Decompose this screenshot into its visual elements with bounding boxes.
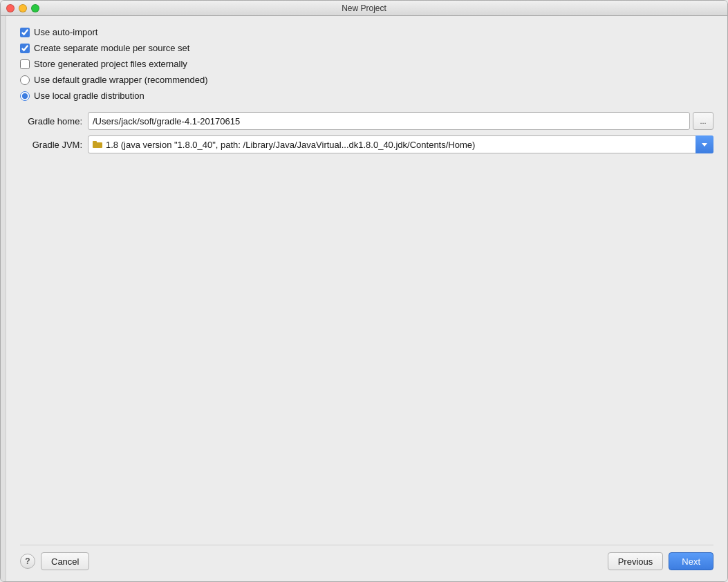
window-title: New Project [342, 3, 386, 13]
cancel-button[interactable]: Cancel [41, 552, 89, 570]
jvm-folder-icon [93, 140, 102, 150]
footer: ? Cancel Previous Next [20, 545, 713, 570]
help-button[interactable]: ? [20, 554, 35, 569]
store-generated-label: Store generated project files externally [34, 59, 187, 69]
next-button[interactable]: Next [669, 552, 713, 570]
previous-button[interactable]: Previous [608, 552, 664, 570]
footer-right: Previous Next [608, 552, 713, 570]
footer-left: ? Cancel [20, 552, 89, 570]
main-content: Use auto-import Create separate module p… [6, 16, 727, 581]
svg-rect-1 [93, 141, 97, 143]
title-bar: New Project [1, 1, 727, 16]
left-panel [1, 16, 6, 581]
default-gradle-label: Use default gradle wrapper (recommended) [34, 75, 207, 85]
gradle-jvm-value: 1.8 (java version "1.8.0_40", path: /Lib… [106, 140, 713, 150]
local-gradle-radio[interactable] [20, 91, 30, 101]
radio-row-default-gradle: Use default gradle wrapper (recommended) [20, 75, 713, 85]
auto-import-checkbox[interactable] [20, 28, 30, 37]
svg-rect-0 [93, 142, 102, 148]
checkbox-row-separate-module: Create separate module per source set [20, 43, 713, 53]
gradle-home-row: Gradle home: ... [20, 112, 713, 130]
auto-import-label: Use auto-import [34, 27, 97, 37]
gradle-home-input[interactable] [88, 112, 690, 130]
gradle-home-label: Gradle home: [20, 116, 82, 126]
maximize-button[interactable] [31, 4, 39, 12]
gradle-home-input-wrapper: ... [88, 112, 713, 130]
dialog-window: New Project Use auto-import Create separ… [0, 0, 728, 582]
browse-button[interactable]: ... [693, 112, 713, 130]
store-generated-checkbox[interactable] [20, 59, 30, 69]
local-gradle-label: Use local gradle distribution [34, 91, 144, 101]
empty-area [20, 159, 713, 538]
minimize-button[interactable] [19, 4, 27, 12]
default-gradle-radio[interactable] [20, 75, 30, 85]
close-button[interactable] [6, 4, 15, 12]
checkbox-row-auto-import: Use auto-import [20, 27, 713, 37]
gradle-jvm-label: Gradle JVM: [20, 140, 82, 150]
separate-module-label: Create separate module per source set [34, 43, 189, 53]
gradle-jvm-dropdown-wrapper: 1.8 (java version "1.8.0_40", path: /Lib… [88, 135, 713, 153]
radio-row-local-gradle: Use local gradle distribution [20, 91, 713, 101]
window-controls [6, 4, 39, 12]
gradle-jvm-row: Gradle JVM: 1.8 (java version "1.8.0_40"… [20, 135, 713, 153]
checkbox-row-store-generated: Store generated project files externally [20, 59, 713, 69]
options-section: Use auto-import Create separate module p… [20, 27, 713, 101]
separate-module-checkbox[interactable] [20, 44, 30, 53]
